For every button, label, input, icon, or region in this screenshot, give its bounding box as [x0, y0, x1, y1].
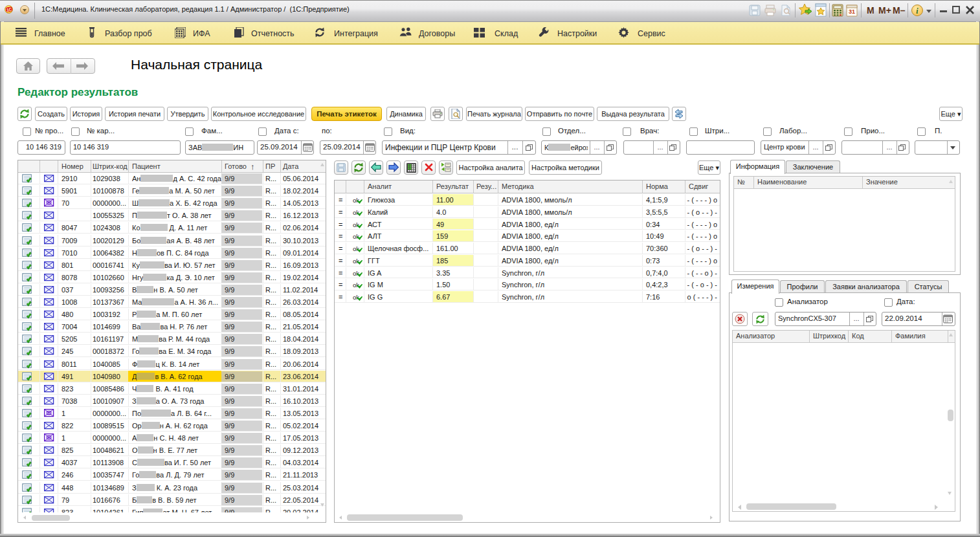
svg-text:31: 31 — [849, 8, 855, 15]
